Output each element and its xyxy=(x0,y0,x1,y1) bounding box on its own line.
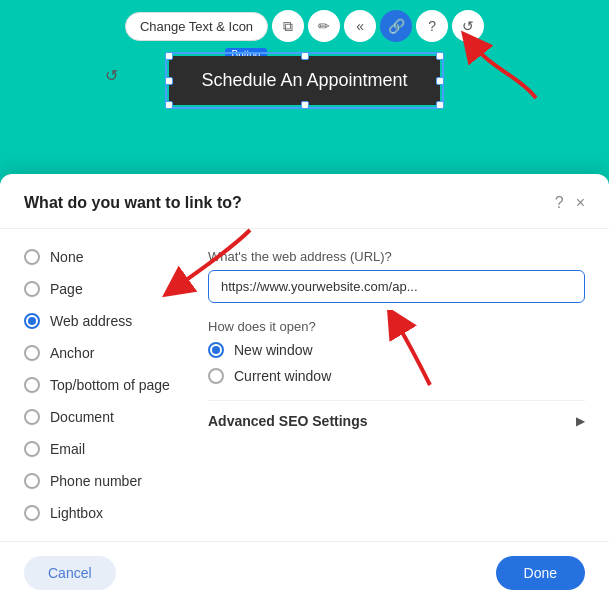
dialog-header: What do you want to link to? ? × xyxy=(0,174,609,229)
dialog-header-icons: ? × xyxy=(555,194,585,212)
link-label-phone: Phone number xyxy=(50,473,142,489)
link-label-anchor: Anchor xyxy=(50,345,94,361)
refresh-small-icon[interactable]: ↺ xyxy=(105,66,118,85)
radio-phone[interactable] xyxy=(24,473,40,489)
link-option-web[interactable]: Web address xyxy=(24,313,184,329)
radio-web-inner xyxy=(28,317,36,325)
dialog-body: None Page Web address Anchor Top/bottom … xyxy=(0,229,609,541)
back-toolbar-button[interactable]: « xyxy=(344,10,376,42)
url-section: What's the web address (URL)? xyxy=(208,249,585,303)
help-toolbar-button[interactable]: ? xyxy=(416,10,448,42)
radio-web[interactable] xyxy=(24,313,40,329)
handle-bottom-mid[interactable] xyxy=(301,101,309,109)
link-toolbar-button[interactable]: 🔗 xyxy=(380,10,412,42)
radio-new-window[interactable] xyxy=(208,342,224,358)
open-section: How does it open? New window Current win… xyxy=(208,319,585,384)
handle-bottom-left[interactable] xyxy=(165,101,173,109)
dialog-close-icon[interactable]: × xyxy=(576,194,585,212)
open-option-current[interactable]: Current window xyxy=(208,368,585,384)
toolbar: Change Text & Icon ⧉ ✏ « 🔗 ? ↺ xyxy=(0,0,609,42)
change-text-button[interactable]: Change Text & Icon xyxy=(125,12,268,41)
link-label-page: Page xyxy=(50,281,83,297)
radio-email[interactable] xyxy=(24,441,40,457)
radio-anchor[interactable] xyxy=(24,345,40,361)
link-option-page[interactable]: Page xyxy=(24,281,184,297)
pencil-toolbar-button[interactable]: ✏ xyxy=(308,10,340,42)
link-label-web: Web address xyxy=(50,313,132,329)
dialog-help-icon[interactable]: ? xyxy=(555,194,564,212)
radio-topbottom[interactable] xyxy=(24,377,40,393)
link-option-document[interactable]: Document xyxy=(24,409,184,425)
seo-settings-row[interactable]: Advanced SEO Settings ▶ xyxy=(208,400,585,441)
open-label-new: New window xyxy=(234,342,313,358)
link-dialog: What do you want to link to? ? × None Pa… xyxy=(0,174,609,604)
cancel-button[interactable]: Cancel xyxy=(24,556,116,590)
handle-top-right[interactable] xyxy=(436,52,444,60)
radio-none[interactable] xyxy=(24,249,40,265)
right-panel: What's the web address (URL)? How does i… xyxy=(208,249,585,521)
open-label-current: Current window xyxy=(234,368,331,384)
link-label-document: Document xyxy=(50,409,114,425)
link-option-none[interactable]: None xyxy=(24,249,184,265)
link-option-topbottom[interactable]: Top/bottom of page xyxy=(24,377,184,393)
radio-page[interactable] xyxy=(24,281,40,297)
link-label-lightbox: Lightbox xyxy=(50,505,103,521)
link-label-topbottom: Top/bottom of page xyxy=(50,377,170,393)
seo-arrow-icon: ▶ xyxy=(576,414,585,428)
open-options: New window Current window xyxy=(208,342,585,384)
open-field-label: How does it open? xyxy=(208,319,585,334)
copy-toolbar-button[interactable]: ⧉ xyxy=(272,10,304,42)
url-field-label: What's the web address (URL)? xyxy=(208,249,585,264)
link-option-lightbox[interactable]: Lightbox xyxy=(24,505,184,521)
seo-label: Advanced SEO Settings xyxy=(208,413,367,429)
radio-new-window-inner xyxy=(212,346,220,354)
dialog-footer: Cancel Done xyxy=(0,541,609,604)
radio-document[interactable] xyxy=(24,409,40,425)
link-option-anchor[interactable]: Anchor xyxy=(24,345,184,361)
link-label-email: Email xyxy=(50,441,85,457)
link-label-none: None xyxy=(50,249,83,265)
handle-top-left[interactable] xyxy=(165,52,173,60)
button-area: ↺ Button Schedule An Appointment xyxy=(0,56,609,105)
link-options-panel: None Page Web address Anchor Top/bottom … xyxy=(24,249,184,521)
schedule-button[interactable]: Schedule An Appointment xyxy=(169,56,439,105)
handle-top-mid[interactable] xyxy=(301,52,309,60)
dialog-title: What do you want to link to? xyxy=(24,194,242,212)
handle-mid-left[interactable] xyxy=(165,77,173,85)
open-option-new[interactable]: New window xyxy=(208,342,585,358)
radio-lightbox[interactable] xyxy=(24,505,40,521)
schedule-button-wrapper: Button Schedule An Appointment xyxy=(169,56,439,105)
handle-mid-right[interactable] xyxy=(436,77,444,85)
link-option-phone[interactable]: Phone number xyxy=(24,473,184,489)
refresh-toolbar-button[interactable]: ↺ xyxy=(452,10,484,42)
radio-current-window[interactable] xyxy=(208,368,224,384)
url-input[interactable] xyxy=(208,270,585,303)
done-button[interactable]: Done xyxy=(496,556,585,590)
link-option-email[interactable]: Email xyxy=(24,441,184,457)
handle-bottom-right[interactable] xyxy=(436,101,444,109)
